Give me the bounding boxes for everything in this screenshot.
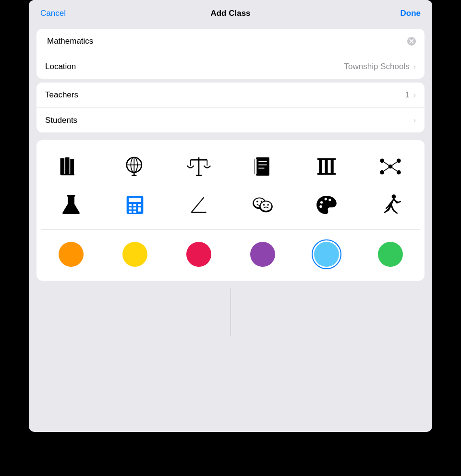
theater-icon [250, 192, 275, 217]
svg-rect-41 [129, 204, 132, 206]
svg-rect-6 [61, 174, 74, 176]
red-color-cell[interactable] [169, 238, 228, 271]
svg-rect-12 [132, 175, 136, 176]
location-label: Location [45, 62, 93, 71]
svg-rect-43 [138, 204, 141, 206]
students-value: › [412, 116, 416, 125]
location-chevron-icon: › [413, 62, 416, 71]
yellow-dot [122, 242, 147, 267]
svg-point-58 [267, 204, 268, 205]
clear-class-name-button[interactable] [407, 37, 416, 46]
notepad-icon [250, 154, 275, 179]
blue-color-cell[interactable] [297, 238, 356, 271]
students-label: Students [45, 116, 93, 125]
class-name-input[interactable] [45, 36, 403, 46]
purple-color-cell[interactable] [233, 238, 292, 271]
svg-rect-24 [317, 158, 335, 160]
svg-rect-48 [133, 211, 136, 213]
svg-point-57 [263, 204, 264, 205]
svg-rect-25 [317, 173, 335, 175]
svg-line-37 [390, 167, 399, 172]
svg-rect-28 [330, 160, 333, 173]
columns-icon-cell[interactable] [297, 150, 356, 183]
svg-line-35 [390, 161, 399, 167]
location-row[interactable]: Location Township Schools › [36, 54, 425, 79]
books-icon-cell[interactable] [41, 150, 100, 183]
purple-dot [250, 242, 275, 267]
svg-rect-26 [319, 160, 322, 173]
picker-divider [41, 229, 420, 230]
scales-icon-cell[interactable] [169, 150, 228, 183]
blue-dot [314, 242, 339, 267]
books-icon [59, 154, 84, 179]
svg-rect-44 [129, 207, 132, 209]
icon-grid [41, 150, 420, 222]
students-chevron-icon: › [413, 116, 416, 125]
class-name-row [36, 29, 425, 54]
network-icon-cell[interactable] [361, 150, 420, 183]
svg-rect-47 [129, 211, 132, 213]
svg-rect-18 [256, 157, 269, 176]
red-dot [186, 242, 211, 267]
done-button[interactable]: Done [400, 9, 421, 18]
columns-icon [314, 154, 339, 179]
pencil-icon-cell[interactable] [169, 188, 228, 222]
calculator-icon-cell[interactable] [105, 188, 164, 222]
svg-point-56 [260, 202, 271, 211]
svg-point-60 [324, 198, 327, 200]
teachers-label: Teachers [45, 90, 93, 100]
teachers-value: 1 › [405, 90, 416, 100]
svg-point-59 [320, 201, 323, 203]
svg-rect-5 [70, 159, 74, 175]
dialog-title: Add Class [210, 9, 250, 18]
modal-container: Cancel Add Class Done Location Township … [29, 0, 432, 432]
people-card: Teachers 1 › Students › [36, 83, 425, 132]
students-row[interactable]: Students › [36, 107, 425, 132]
cancel-button[interactable]: Cancel [40, 9, 66, 18]
green-dot [378, 242, 403, 267]
flask-icon-cell[interactable] [41, 188, 100, 222]
class-info-card: Location Township Schools › [36, 29, 425, 79]
scroll-indicator [230, 288, 231, 336]
scales-icon [186, 154, 211, 179]
yellow-color-cell[interactable] [105, 238, 164, 271]
palette-icon [314, 192, 339, 217]
svg-line-34 [382, 161, 390, 167]
svg-rect-42 [133, 204, 136, 206]
teachers-chevron-icon: › [413, 91, 416, 99]
svg-rect-27 [325, 160, 328, 173]
teachers-row[interactable]: Teachers 1 › [36, 83, 425, 107]
svg-point-53 [256, 201, 258, 202]
svg-point-61 [328, 199, 331, 201]
color-grid [41, 238, 420, 271]
running-icon [378, 192, 403, 217]
svg-point-62 [319, 205, 322, 208]
svg-rect-38 [67, 195, 75, 196]
orange-dot [59, 242, 84, 267]
green-color-cell[interactable] [361, 238, 420, 271]
pencil-icon [186, 192, 211, 217]
svg-rect-17 [195, 175, 201, 176]
running-icon-cell[interactable] [361, 188, 420, 222]
svg-line-36 [382, 167, 390, 172]
picker-card [36, 140, 425, 281]
svg-rect-40 [129, 198, 141, 202]
network-icon [378, 154, 403, 179]
clear-icon [407, 37, 416, 46]
svg-line-50 [191, 197, 204, 212]
palette-icon-cell[interactable] [297, 188, 356, 222]
svg-rect-45 [133, 207, 136, 209]
calculator-icon [122, 192, 147, 217]
flask-icon [59, 192, 84, 217]
notepad-icon-cell[interactable] [233, 150, 292, 183]
globe-icon-cell[interactable] [105, 150, 164, 183]
theater-icon-cell[interactable] [233, 188, 292, 222]
svg-rect-4 [65, 157, 69, 175]
svg-rect-19 [254, 159, 256, 174]
location-value: Township Schools › [344, 62, 416, 71]
header: Cancel Add Class Done [29, 0, 432, 25]
globe-icon [122, 154, 147, 179]
orange-color-cell[interactable] [41, 238, 100, 271]
svg-rect-46 [138, 207, 141, 212]
svg-rect-3 [60, 158, 64, 175]
